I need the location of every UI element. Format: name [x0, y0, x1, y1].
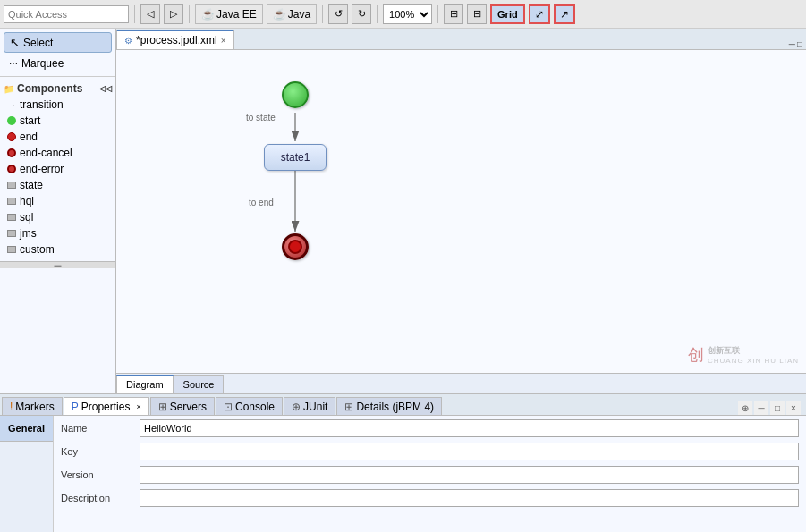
java-btn[interactable]: ☕ Java — [267, 4, 317, 24]
diagram-canvas[interactable]: to state to end state1 创 创新互联 CHUANG XIN… — [116, 50, 806, 373]
servers-tab[interactable]: ⊞ Servers — [150, 397, 215, 415]
process-tab-icon: ⚙ — [124, 36, 132, 46]
panel-controls: ⊕ ─ □ × — [738, 401, 804, 415]
version-label: Version — [61, 469, 132, 480]
components-section: 📁 Components ◁◁ → transition start end — [0, 76, 115, 261]
separator-5 — [437, 5, 438, 23]
markers-label: Markers — [15, 401, 54, 413]
name-row: Name — [61, 419, 799, 437]
forward-btn[interactable]: ↻ — [352, 4, 371, 24]
description-label: Description — [61, 493, 132, 503]
main-container: ↖ Select ⋯ Marquee 📁 Components ◁◁ → tra… — [0, 29, 806, 393]
markers-tab[interactable]: ! Markers — [2, 397, 63, 415]
process-tab-close[interactable]: × — [221, 36, 226, 46]
grid-btn[interactable]: Grid — [490, 4, 525, 24]
drag-indicator: ▬ — [55, 261, 62, 269]
minimize-icon[interactable]: ─ — [789, 39, 795, 49]
marquee-icon: ⋯ — [9, 59, 18, 69]
tab-minmax-controls: ─ □ — [789, 39, 806, 49]
quick-access-input[interactable] — [4, 5, 129, 23]
select-tool[interactable]: ↖ Select — [4, 32, 112, 53]
state1-label: state1 — [281, 151, 310, 164]
servers-icon: ⊞ — [158, 401, 167, 413]
end-node[interactable] — [282, 233, 309, 260]
panel-max-btn[interactable]: □ — [770, 401, 785, 415]
components-header[interactable]: 📁 Components ◁◁ — [0, 80, 115, 97]
component-custom[interactable]: custom — [0, 241, 115, 258]
sidebar-resize-handle[interactable]: ▬ — [0, 261, 115, 268]
component-end-error[interactable]: end-error — [0, 161, 115, 177]
key-input[interactable] — [140, 443, 799, 460]
diagram-tab[interactable]: Diagram — [116, 375, 174, 393]
component-start[interactable]: start — [0, 113, 115, 129]
marquee-label: Marquee — [21, 57, 64, 70]
editor-area: ⚙ *process.jpdl.xml × ─ □ — [116, 29, 806, 393]
details-tab[interactable]: ⊞ Details (jBPM 4) — [336, 397, 442, 415]
component-jms[interactable]: jms — [0, 225, 115, 241]
layout-btn2[interactable]: ⊟ — [467, 4, 487, 24]
component-sql[interactable]: sql — [0, 209, 115, 225]
name-input[interactable] — [140, 419, 799, 437]
components-label: Components — [17, 82, 82, 95]
transition-icon: → — [7, 100, 16, 110]
properties-panel: ! Markers P Properties × ⊞ Servers ⊡ Con… — [0, 393, 806, 532]
general-tab[interactable]: General — [0, 416, 53, 442]
coffee-icon: ☕ — [201, 8, 215, 21]
java-ee-btn[interactable]: ☕ Java EE — [195, 4, 263, 24]
connect-btn[interactable]: ⤢ — [529, 4, 550, 24]
start-node[interactable] — [282, 81, 309, 108]
java-label: Java — [288, 8, 310, 21]
properties-form: Name Key Version Description — [54, 416, 806, 532]
state1-node[interactable]: state1 — [264, 144, 327, 171]
layout-btn[interactable]: ⊞ — [444, 4, 463, 24]
watermark-symbol: 创 — [688, 344, 704, 366]
share-btn[interactable]: ↗ — [554, 4, 575, 24]
properties-tab-close[interactable]: × — [136, 402, 140, 411]
console-label: Console — [235, 401, 275, 413]
jms-icon — [7, 230, 16, 237]
component-end[interactable]: end — [0, 129, 115, 145]
junit-tab[interactable]: ⊕ JUnit — [284, 397, 335, 415]
description-row: Description — [61, 489, 799, 507]
end-node-inner — [288, 240, 302, 254]
name-label: Name — [61, 423, 132, 434]
maximize-icon[interactable]: □ — [797, 39, 802, 49]
panel-close-btn[interactable]: × — [786, 401, 801, 415]
properties-tab[interactable]: P Properties × — [64, 397, 149, 415]
marquee-tool[interactable]: ⋯ Marquee — [4, 55, 112, 72]
version-input[interactable] — [140, 466, 799, 484]
select-label: Select — [23, 37, 53, 49]
diagram-svg — [116, 50, 806, 373]
version-row: Version — [61, 466, 799, 484]
toolbar-fwd-btn[interactable]: ▷ — [164, 4, 183, 24]
component-transition[interactable]: → transition — [0, 97, 115, 113]
to-end-label: to end — [249, 198, 274, 207]
start-icon — [7, 116, 16, 125]
properties-content: General Name Key Version Description — [0, 416, 806, 532]
component-state[interactable]: state — [0, 177, 115, 193]
panel-min-btn[interactable]: ─ — [754, 401, 768, 415]
refresh-btn[interactable]: ↺ — [328, 4, 348, 24]
component-end-cancel[interactable]: end-cancel — [0, 145, 115, 161]
junit-icon: ⊕ — [292, 401, 301, 413]
end-cancel-icon — [7, 148, 16, 157]
state-icon — [7, 182, 16, 189]
separator-1 — [134, 5, 135, 23]
sidebar-tools: ↖ Select ⋯ Marquee — [0, 29, 115, 76]
process-tab[interactable]: ⚙ *process.jpdl.xml × — [116, 30, 234, 49]
properties-sidebar: General — [0, 416, 54, 532]
console-tab[interactable]: ⊡ Console — [216, 397, 283, 415]
panel-new-btn[interactable]: ⊕ — [738, 401, 752, 415]
source-tab[interactable]: Source — [174, 375, 225, 393]
separator-2 — [189, 5, 190, 23]
hql-icon — [7, 198, 16, 205]
zoom-select[interactable]: 100% 50% 75% 125% 150% — [383, 4, 432, 24]
description-input[interactable] — [140, 489, 799, 507]
servers-label: Servers — [170, 401, 207, 413]
process-tab-label: *process.jpdl.xml — [136, 34, 217, 46]
details-icon: ⊞ — [344, 401, 353, 413]
editor-tab-bar: ⚙ *process.jpdl.xml × ─ □ — [116, 29, 806, 50]
key-label: Key — [61, 446, 132, 457]
toolbar-back-btn[interactable]: ◁ — [140, 4, 160, 24]
component-hql[interactable]: hql — [0, 193, 115, 209]
